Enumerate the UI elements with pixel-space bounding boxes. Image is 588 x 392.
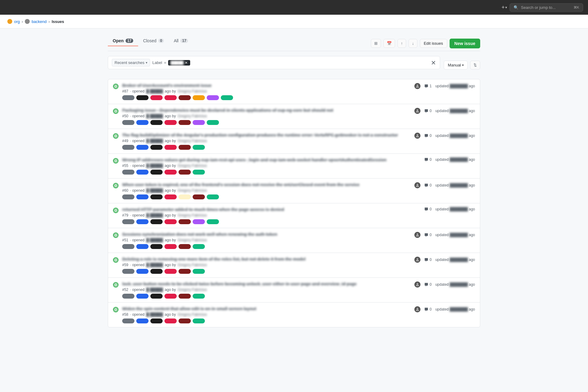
assignee-avatar — [414, 257, 420, 263]
assignee-avatar — [414, 133, 420, 139]
tab-closed[interactable]: Closed 0 — [138, 36, 169, 46]
issue-updated: updated ███████ ago — [435, 84, 475, 88]
issue-labels — [122, 169, 420, 175]
issue-right-area: 0 updated ███████ ago — [414, 182, 475, 188]
issue-item[interactable]: When user token is expired, one of the f… — [108, 179, 480, 203]
svg-point-27 — [417, 308, 418, 309]
download-button[interactable]: ↓ — [409, 39, 417, 48]
comment-count: 0 — [424, 233, 432, 237]
issue-item[interactable]: Packaging issue - Dependencies must be d… — [108, 104, 480, 129]
filter-value-pill[interactable]: █████ ✕ — [168, 60, 190, 66]
issue-meta: #51 · opened █ █████ ago by Gregory Fabr… — [122, 238, 411, 242]
issue-number: #51 — [122, 238, 128, 242]
comment-count: 1 — [424, 84, 432, 88]
issue-item[interactable]: Wrong IP addresses values get during cup… — [108, 154, 480, 179]
issue-title[interactable]: returned HTTP parameter added to much ti… — [122, 207, 420, 212]
issue-author[interactable]: Gregory Fabricius — [178, 288, 207, 292]
issue-open-icon — [113, 158, 119, 164]
issue-author[interactable]: Gregory Fabricius — [178, 312, 207, 317]
issue-title[interactable]: Sessions synchronization does not work w… — [122, 232, 411, 237]
svg-point-10 — [115, 160, 116, 161]
issue-labels — [122, 219, 420, 224]
issue-title[interactable]: Wrong IP addresses values get during cup… — [122, 157, 420, 162]
svg-point-15 — [115, 210, 116, 211]
org-link[interactable]: org — [14, 19, 20, 24]
svg-point-2 — [417, 85, 418, 86]
issue-meta: #87 · opened █ █████ ago by Gregory Fabr… — [122, 89, 411, 93]
issue-labels — [122, 293, 411, 299]
issue-item[interactable]: Broker of UserAccount's environment issu… — [108, 79, 480, 104]
issue-updated: updated ███████ ago — [435, 282, 475, 287]
issue-title[interactable]: The flag buildOptimizer of the Angular's… — [122, 133, 411, 138]
issue-number: #58 — [122, 312, 128, 317]
issue-right-area: 1 updated ███████ ago — [414, 83, 475, 89]
svg-point-26 — [115, 309, 116, 310]
comment-count: 0 — [424, 109, 432, 113]
edit-issues-button[interactable]: Edit issues — [420, 39, 447, 48]
issue-meta: #50 · opened █ █████ ago by Gregory Fabr… — [122, 114, 411, 118]
all-tab-label: All — [174, 38, 179, 43]
issue-updated: updated ███████ ago — [435, 157, 475, 162]
issue-author[interactable]: Gregory Fabricius — [178, 114, 207, 118]
issue-right-area: 0 updated ███████ ago — [424, 157, 475, 162]
issue-title[interactable]: When user token is expired, one of the f… — [122, 182, 411, 187]
sort-dropdown[interactable]: Manual ▾ — [444, 61, 468, 70]
svg-point-13 — [417, 184, 418, 185]
issue-author[interactable]: Gregory Fabricius — [178, 188, 207, 193]
new-dropdown-button[interactable]: + ▾ — [501, 4, 507, 11]
recent-searches-button[interactable]: Recent searches ▾ — [112, 59, 150, 66]
issue-author[interactable]: Gregory Fabricius — [178, 89, 207, 93]
tab-all[interactable]: All 17 — [169, 36, 193, 46]
issue-author[interactable]: Gregory Fabricius — [178, 164, 207, 168]
svg-point-5 — [417, 109, 418, 111]
rss-button[interactable]: ⊞ — [371, 39, 381, 48]
issue-right-area: 0 updated ███████ ago — [414, 232, 475, 238]
issue-labels — [122, 318, 411, 323]
issue-right-area: 0 updated ███████ ago — [424, 207, 475, 211]
issue-item[interactable]: Widen the spin content that allow edit i… — [108, 303, 480, 327]
issue-item[interactable]: The flag buildOptimizer of the Angular's… — [108, 129, 480, 154]
issue-title[interactable]: Widen the spin content that allow edit i… — [122, 306, 411, 311]
issue-item[interactable]: returned HTTP parameter added to much ti… — [108, 203, 480, 228]
issue-content: When user token is expired, one of the f… — [122, 182, 411, 199]
issue-author[interactable]: Gregory Fabricius — [178, 238, 207, 242]
issue-title[interactable]: Packaging issue - Dependencies must be d… — [122, 108, 411, 113]
issue-author[interactable]: Gregory Fabricius — [178, 263, 207, 267]
tab-open[interactable]: Open 17 — [108, 36, 138, 46]
issue-title[interactable]: Broker of UserAccount's environment issu… — [122, 83, 411, 88]
search-icon: 🔍 — [514, 5, 518, 10]
issue-right-area: 0 updated ███████ ago — [414, 108, 475, 114]
svg-point-1 — [115, 86, 116, 87]
issue-number: #49 — [122, 139, 128, 143]
assignee-avatar — [414, 108, 420, 114]
calendar-button[interactable]: 📅 — [383, 39, 395, 48]
sort-chevron-icon: ▾ — [462, 63, 464, 67]
issue-author[interactable]: Gregory Fabricius — [178, 139, 207, 143]
svg-point-12 — [115, 185, 116, 186]
issue-item[interactable]: Deleting a role is removing one more ite… — [108, 253, 480, 278]
issue-labels — [122, 268, 411, 274]
issue-item[interactable]: lock_user button needs to be clicked twi… — [108, 278, 480, 303]
global-search[interactable]: 🔍 Search or jump to... ⌘K — [510, 3, 583, 12]
new-issue-button[interactable]: New issue — [450, 39, 480, 48]
filter-value-text: █████ — [171, 61, 184, 65]
remove-filter-icon[interactable]: ✕ — [185, 61, 188, 65]
sort-order-button[interactable]: ⇅ — [470, 61, 480, 70]
clear-all-filters-icon[interactable]: ✕ — [431, 59, 436, 66]
svg-point-24 — [417, 283, 418, 285]
filter-bar: Recent searches ▾ Label = █████ ✕ ✕ — [108, 56, 440, 69]
issue-author[interactable]: Gregory Fabricius — [178, 213, 207, 217]
comment-count: 0 — [424, 282, 432, 287]
repo-link[interactable]: backend — [32, 19, 47, 24]
export-button[interactable]: ↑ — [398, 39, 406, 48]
repo-avatar — [25, 19, 30, 24]
issue-title[interactable]: lock_user button needs to be clicked twi… — [122, 281, 411, 286]
issue-title[interactable]: Deleting a role is removing one more ite… — [122, 257, 411, 262]
opened-ago: █ █████ — [146, 114, 163, 118]
issue-item[interactable]: Sessions synchronization does not work w… — [108, 228, 480, 253]
assignee-avatar — [414, 232, 420, 238]
issue-meta: #52 · opened █ █████ ago by Gregory Fabr… — [122, 288, 411, 292]
issue-open-icon — [113, 133, 119, 139]
issue-number: #50 — [122, 114, 128, 118]
issue-open-icon — [113, 257, 119, 263]
